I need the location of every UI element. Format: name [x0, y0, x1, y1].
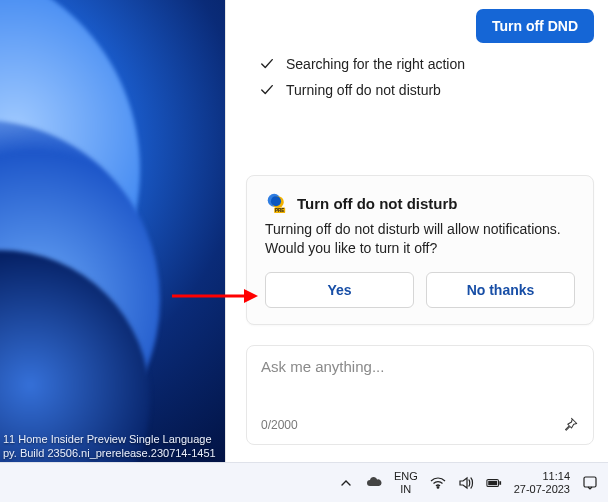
check-icon	[260, 83, 274, 97]
ask-input[interactable]	[261, 358, 579, 375]
status-list: Searching for the right action Turning o…	[260, 56, 588, 108]
desktop-wallpaper: 11 Home Insider Preview Single Language …	[0, 0, 225, 462]
volume-icon[interactable]	[458, 475, 474, 491]
confirmation-card: PRE Turn off do not disturb Turning off …	[246, 175, 594, 325]
watermark-line: py. Build 23506.ni_prerelease.230714-145…	[3, 446, 216, 460]
clock[interactable]: 11:14 27-07-2023	[514, 470, 570, 496]
input-card: 0/2000	[246, 345, 594, 445]
status-row: Searching for the right action	[260, 56, 588, 72]
clock-time: 11:14	[514, 470, 570, 483]
notifications-icon[interactable]	[582, 475, 598, 491]
copilot-panel: Turn off DND Searching for the right act…	[225, 0, 608, 462]
wifi-icon[interactable]	[430, 475, 446, 491]
status-text: Searching for the right action	[286, 56, 465, 72]
status-text: Turning off do not disturb	[286, 82, 441, 98]
language-indicator[interactable]: ENG IN	[394, 470, 418, 496]
battery-icon[interactable]	[486, 475, 502, 491]
card-title: Turn off do not disturb	[297, 195, 458, 212]
copilot-pre-icon: PRE	[265, 192, 287, 214]
lang-top: ENG	[394, 470, 418, 483]
pin-icon[interactable]	[561, 416, 579, 434]
svg-rect-10	[584, 477, 596, 487]
card-header: PRE Turn off do not disturb	[265, 192, 575, 214]
tray-overflow-icon[interactable]	[338, 475, 354, 491]
yes-button[interactable]: Yes	[265, 272, 414, 308]
annotation-arrow-icon	[170, 286, 258, 306]
no-thanks-button[interactable]: No thanks	[426, 272, 575, 308]
svg-point-2	[271, 196, 281, 206]
status-row: Turning off do not disturb	[260, 82, 588, 98]
svg-rect-9	[488, 480, 497, 484]
watermark-line: 11 Home Insider Preview Single Language	[3, 432, 216, 446]
taskbar[interactable]: ENG IN 11:14 27-07-2023	[0, 462, 608, 502]
check-icon	[260, 57, 274, 71]
clock-date: 27-07-2023	[514, 483, 570, 496]
onedrive-icon[interactable]	[366, 475, 382, 491]
svg-text:PRE: PRE	[275, 208, 284, 213]
lang-bottom: IN	[394, 483, 418, 496]
card-actions: Yes No thanks	[265, 272, 575, 308]
card-body: Turning off do not disturb will allow no…	[265, 220, 575, 258]
turn-off-dnd-button[interactable]: Turn off DND	[476, 9, 594, 43]
char-counter: 0/2000	[261, 418, 298, 432]
input-footer: 0/2000	[261, 416, 579, 434]
svg-marker-6	[244, 289, 258, 303]
windows-watermark: 11 Home Insider Preview Single Language …	[0, 430, 219, 462]
svg-rect-8	[499, 481, 501, 485]
